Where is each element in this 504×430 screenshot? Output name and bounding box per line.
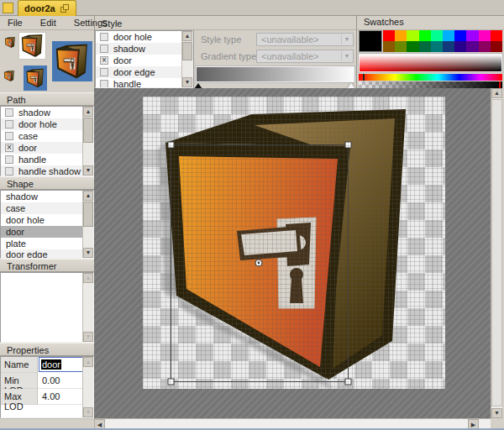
path-item-door-hole[interactable]: door hole (1, 118, 82, 130)
door-preview-32-blue[interactable] (24, 66, 47, 91)
shape-item-shadow[interactable]: shadow (1, 191, 82, 202)
shape-list-scrollbar[interactable]: ▲ ▼ (82, 191, 93, 258)
path-item-handle-shadow[interactable]: handle shadow (1, 165, 82, 176)
canvas-vscrollbar[interactable]: ▲ ▼ (491, 88, 502, 418)
property-row-max-lod[interactable]: Max LOD 4.00 (1, 389, 84, 405)
property-row-min-lod[interactable]: Min LOD 0.00 (1, 373, 84, 389)
swatch-color[interactable] (407, 30, 418, 41)
checkbox-checked[interactable]: × (5, 144, 13, 152)
alpha-marker[interactable] (499, 81, 501, 88)
style-list-scrollbar[interactable]: ▲ ▼ (181, 31, 192, 87)
scroll-down-icon[interactable]: ▼ (83, 407, 93, 417)
shape-item-door-hole[interactable]: door hole (1, 214, 82, 226)
scroll-down-icon[interactable]: ▼ (491, 408, 502, 418)
swatch-color[interactable] (479, 30, 491, 41)
path-item-label: handle shadow (18, 166, 81, 176)
swatch-color[interactable] (419, 30, 431, 41)
swatch-color[interactable] (431, 41, 443, 52)
new-tab-icon[interactable] (3, 3, 13, 13)
scroll-up-icon[interactable]: ▲ (182, 31, 192, 41)
swatch-color[interactable] (395, 30, 407, 41)
path-list: shadow door hole case × door handle hand… (0, 106, 94, 176)
checkbox[interactable] (5, 167, 13, 176)
checkbox[interactable] (5, 155, 13, 164)
name-input[interactable]: door (39, 357, 83, 372)
shape-item-plate[interactable]: plate (1, 238, 82, 249)
scroll-up-icon[interactable]: ▲ (83, 357, 93, 367)
menu-file[interactable]: File (0, 16, 30, 28)
scroll-up-icon[interactable]: ▲ (83, 273, 93, 283)
path-item-case[interactable]: case (1, 130, 82, 142)
checkbox[interactable] (100, 68, 108, 76)
swatch-color[interactable] (491, 41, 502, 52)
swatch-color[interactable] (395, 41, 407, 52)
swatch-black[interactable] (359, 30, 382, 52)
style-item-shadow[interactable]: shadow (96, 43, 181, 55)
style-item-door-edge[interactable]: door edge (96, 66, 181, 78)
checkbox[interactable] (100, 33, 108, 41)
canvas-area[interactable] (94, 88, 491, 418)
checkbox[interactable] (100, 80, 108, 88)
scroll-down-icon[interactable]: ▼ (182, 77, 192, 87)
shape-item-label: shadow (6, 191, 38, 202)
transformer-body: ▲ ▼ (0, 272, 94, 343)
path-item-door[interactable]: × door (1, 142, 82, 154)
scroll-thumb[interactable] (182, 42, 192, 60)
scroll-up-icon[interactable]: ▲ (491, 88, 502, 98)
swatch-color[interactable] (443, 41, 454, 52)
swatch-color[interactable] (454, 30, 466, 41)
swatch-color[interactable] (466, 30, 478, 41)
tab-door2a[interactable]: door2a (18, 0, 76, 16)
swatch-color[interactable] (383, 41, 395, 52)
shape-item-case[interactable]: case (1, 202, 82, 214)
shape-item-door-selected[interactable]: door (1, 226, 82, 238)
path-item-handle[interactable]: handle (1, 154, 82, 165)
shape-item-door-edge[interactable]: door edge (1, 249, 82, 259)
style-item-handle[interactable]: handle (96, 78, 181, 88)
checkbox[interactable] (5, 120, 13, 128)
swatch-color[interactable] (454, 41, 466, 52)
gradient-type-dropdown[interactable]: <unavailable> ▼ (256, 50, 354, 63)
swatch-color[interactable] (466, 41, 478, 52)
scroll-down-icon[interactable]: ▼ (83, 332, 93, 342)
scroll-up-icon[interactable]: ▲ (83, 107, 93, 117)
scroll-thumb[interactable] (83, 118, 93, 143)
saturation-field[interactable] (359, 54, 502, 72)
swatch-color[interactable] (443, 30, 454, 41)
door-preview-64-blue[interactable] (52, 41, 92, 81)
door-preview-32-white[interactable] (18, 32, 46, 60)
transformer-scrollbar[interactable]: ▲ ▼ (82, 273, 93, 342)
gradient-preview-bar[interactable] (196, 66, 354, 82)
swatch-color[interactable] (479, 41, 491, 52)
hue-marker[interactable] (363, 74, 365, 81)
scroll-up-icon[interactable]: ▲ (83, 191, 93, 201)
style-item-door-hole[interactable]: door hole (96, 31, 181, 43)
swatch-color[interactable] (419, 41, 431, 52)
path-item-shadow[interactable]: shadow (1, 107, 82, 118)
style-item-label: shadow (113, 44, 145, 54)
checkbox[interactable] (100, 45, 108, 53)
door-preview-16[interactable] (4, 36, 16, 49)
checkbox-checked[interactable]: × (100, 56, 108, 65)
scroll-down-icon[interactable]: ▼ (83, 248, 93, 258)
menu-edit[interactable]: Edit (33, 16, 64, 28)
scroll-thumb[interactable] (491, 99, 502, 406)
swatch-color[interactable] (431, 30, 443, 41)
properties-scrollbar[interactable]: ▲ ▼ (82, 357, 93, 417)
swatch-color[interactable] (491, 30, 502, 41)
style-type-dropdown[interactable]: <unavailable> ▼ (256, 33, 354, 46)
swatch-color[interactable] (407, 41, 418, 52)
alpha-bar[interactable] (359, 81, 502, 88)
checkbox[interactable] (5, 108, 13, 117)
checkbox[interactable] (5, 132, 13, 140)
path-list-scrollbar[interactable]: ▲ ▼ (82, 107, 93, 176)
swatches-title: Swatches (364, 17, 404, 27)
swatch-color[interactable] (383, 30, 395, 41)
door-preview-16-b[interactable] (3, 70, 15, 82)
style-item-door[interactable]: × door (96, 55, 181, 66)
scroll-down-icon[interactable]: ▼ (83, 165, 93, 176)
hue-bar[interactable] (359, 74, 502, 81)
scroll-thumb[interactable] (83, 202, 93, 227)
door-artwork[interactable] (143, 97, 445, 389)
path-item-label: door (18, 143, 37, 153)
